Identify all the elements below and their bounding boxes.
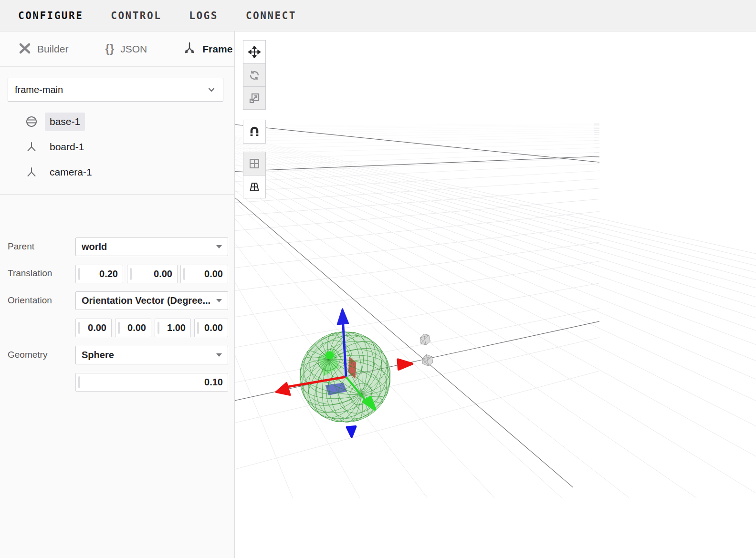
magnet-icon — [248, 125, 261, 138]
parent-label: Parent — [8, 241, 34, 252]
scale-icon — [248, 92, 261, 104]
move-icon — [248, 46, 261, 58]
grid-perspective-view-button[interactable] — [243, 175, 265, 198]
caret-down-icon — [216, 245, 222, 248]
scale-tool-button[interactable] — [243, 86, 265, 109]
frame-icon — [25, 140, 38, 154]
grid-quad-view-button[interactable] — [243, 152, 265, 175]
tab-json[interactable]: {} JSON — [105, 42, 147, 55]
tab-builder[interactable]: Builder — [18, 41, 68, 57]
braces-icon: {} — [105, 42, 115, 55]
panel-divider — [0, 194, 234, 195]
orientation-x-field — [75, 319, 112, 337]
viewport-toolbar — [243, 40, 266, 198]
caret-down-icon — [216, 299, 222, 302]
tree-item-camera-1[interactable]: camera-1 — [25, 161, 234, 184]
orientation-z-field — [155, 319, 191, 337]
nav-item-control[interactable]: CONTROL — [111, 10, 161, 21]
orientation-theta-input[interactable] — [195, 319, 228, 337]
orientation-z-input[interactable] — [155, 319, 190, 337]
rotate-tool-button[interactable] — [243, 63, 265, 86]
panel-tabs: Builder {} JSON Frame — [0, 31, 234, 67]
orientation-label: Orientation — [8, 295, 52, 306]
geometry-type-value: Sphere — [82, 350, 212, 361]
tree-item-board-1[interactable]: board-1 — [25, 135, 234, 158]
orientation-theta-field — [194, 319, 228, 337]
grid-quad-icon — [248, 157, 261, 170]
rotate-icon — [248, 69, 261, 82]
orientation-type-select[interactable]: Orientation Vector (Degree... — [75, 291, 228, 310]
geometry-radius-input[interactable] — [76, 373, 228, 391]
translation-x-input[interactable] — [76, 265, 123, 283]
3d-scene — [235, 31, 756, 558]
tree-item-base-1[interactable]: base-1 — [25, 110, 234, 133]
nav-item-connect[interactable]: CONNECT — [246, 10, 296, 21]
grid-perspective-icon — [248, 181, 261, 193]
translation-z-field — [180, 265, 228, 283]
tree-item-label: camera-1 — [45, 163, 97, 181]
world-x-axis-cone — [398, 360, 412, 370]
tree-item-label: base-1 — [45, 113, 85, 131]
tab-frame[interactable]: Frame — [182, 41, 232, 57]
gizmo-z-axis-arrowhead[interactable] — [337, 309, 348, 324]
config-side-panel: Builder {} JSON Frame frame — [0, 31, 235, 558]
geometry-type-select[interactable]: Sphere — [75, 346, 228, 364]
translation-y-field — [127, 265, 178, 283]
world-z-axis-cone — [347, 426, 356, 436]
tools-icon — [18, 41, 32, 57]
orientation-type-value: Orientation Vector (Degree... — [82, 295, 212, 306]
orientation-y-field — [115, 319, 151, 337]
axes-icon — [182, 41, 197, 57]
frame-icon — [25, 165, 38, 179]
tab-json-label: JSON — [120, 43, 147, 55]
geometry-label: Geometry — [8, 350, 47, 360]
nav-item-configure[interactable]: CONFIGURE — [18, 10, 83, 21]
frame-select[interactable]: frame-main — [8, 78, 223, 102]
geometry-radius-field — [75, 373, 228, 392]
tab-builder-label: Builder — [37, 43, 68, 55]
octahedron-marker[interactable] — [422, 354, 433, 366]
translation-z-input[interactable] — [181, 265, 228, 283]
frame-select-value: frame-main — [15, 84, 207, 95]
top-nav: CONFIGURE CONTROL LOGS CONNECT — [0, 0, 756, 31]
orientation-x-input[interactable] — [76, 319, 111, 337]
tab-frame-label: Frame — [202, 43, 232, 55]
translation-x-field — [75, 265, 123, 283]
snap-magnet-button[interactable] — [243, 120, 265, 143]
translation-y-input[interactable] — [127, 265, 177, 283]
gizmo-x-axis-arrowhead[interactable] — [276, 383, 290, 395]
sphere-icon — [25, 115, 38, 128]
move-tool-button[interactable] — [243, 41, 265, 63]
orientation-y-input[interactable] — [116, 319, 151, 337]
nav-item-logs[interactable]: LOGS — [189, 10, 218, 21]
frame-tree: base-1 board-1 — [0, 108, 234, 186]
gizmo-green-pole-handle[interactable] — [326, 351, 334, 359]
translation-label: Translation — [8, 268, 52, 279]
chevron-down-icon — [207, 85, 216, 94]
octahedron-marker[interactable] — [420, 334, 430, 345]
tree-item-label: board-1 — [45, 138, 89, 156]
parent-select[interactable]: world — [75, 238, 228, 256]
3d-viewport[interactable] — [235, 31, 756, 558]
parent-select-value: world — [82, 241, 212, 252]
caret-down-icon — [216, 353, 222, 357]
